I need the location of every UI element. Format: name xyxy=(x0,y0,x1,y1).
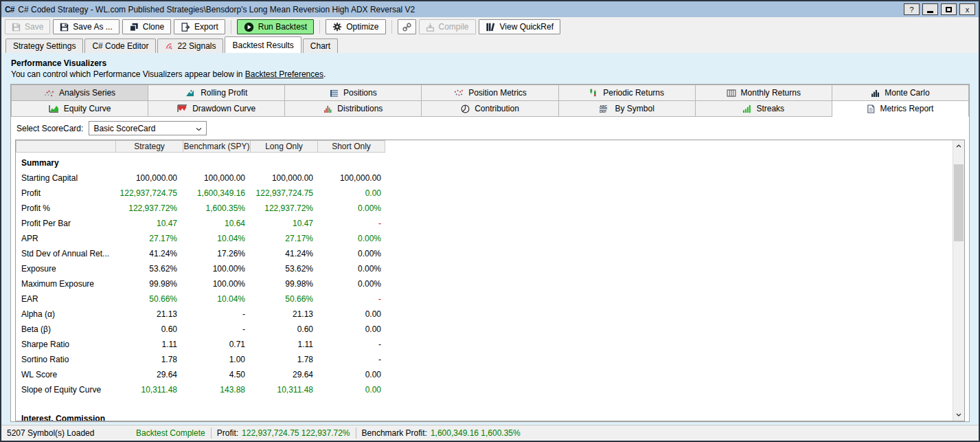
tab-chart[interactable]: Chart xyxy=(303,38,338,53)
metric-value: - xyxy=(320,219,388,228)
help-button[interactable]: ? xyxy=(904,3,920,15)
status-bar: 5207 Symbol(s) Loaded Backtest Complete … xyxy=(1,425,979,441)
monthly-returns-icon xyxy=(727,89,736,97)
metric-value: 100,000.00 xyxy=(184,173,252,183)
viz-tab-monte-carlo[interactable]: Monte Carlo xyxy=(832,85,969,101)
metric-value: 27.17% xyxy=(252,234,320,243)
viz-tab-label: Contribution xyxy=(475,104,519,113)
viz-tab-label: Periodic Returns xyxy=(603,88,664,98)
link-button[interactable] xyxy=(398,19,416,34)
vertical-scrollbar[interactable] xyxy=(953,140,964,421)
metric-label: Profit Per Bar xyxy=(16,219,116,228)
view-quickref-button[interactable]: View QuickRef xyxy=(479,19,560,34)
viz-tab-distributions[interactable]: Distributions xyxy=(285,100,422,117)
scorecard-row: Select ScoreCard: Basic ScoreCard xyxy=(11,117,969,140)
viz-tab-label: By Symbol xyxy=(615,104,654,113)
metric-value: 100.00% xyxy=(184,264,252,274)
metric-value: 21.13 xyxy=(116,309,184,319)
viz-tab-label: Equity Curve xyxy=(64,104,111,113)
by-symbol-abc-icon: ABCDEF xyxy=(599,104,610,113)
optimize-button[interactable]: Optimize xyxy=(326,19,385,34)
backtest-preferences-link[interactable]: Backtest Preferences xyxy=(245,69,323,79)
metrics-grid-body: SummaryStarting Capital100,000.00100,000… xyxy=(16,153,964,421)
minimize-button[interactable] xyxy=(922,3,938,15)
export-label: Export xyxy=(194,22,218,32)
metric-value: 50.66% xyxy=(116,294,184,304)
metric-value: 10,311.48 xyxy=(116,385,184,395)
section-header-label: Summary xyxy=(16,158,290,168)
viz-tab-label: Rolling Profit xyxy=(201,88,247,98)
close-button[interactable]: x xyxy=(959,3,975,15)
scroll-up-arrow[interactable] xyxy=(953,140,964,152)
tab-label: Chart xyxy=(310,41,330,51)
scrollbar-thumb[interactable] xyxy=(954,164,964,241)
viz-tab-position-metrics[interactable]: Position Metrics xyxy=(422,85,558,101)
viz-tab-rolling-profit[interactable]: Rolling Profit xyxy=(148,85,285,101)
metric-row: APR27.17%10.04%27.17%0.00% xyxy=(16,231,964,246)
scorecard-selected-value: Basic ScoreCard xyxy=(93,124,155,133)
viz-tab-by-symbol[interactable]: ABCDEF By Symbol xyxy=(559,100,696,117)
tab-signals[interactable]: 22 Signals xyxy=(157,38,223,53)
metric-value: 1.78 xyxy=(252,355,320,364)
run-backtest-button[interactable]: Run Backtest xyxy=(237,19,314,34)
metric-value: 10.04% xyxy=(184,294,252,304)
metric-value: - xyxy=(184,324,252,334)
tab-backtest-results[interactable]: Backtest Results xyxy=(225,36,301,53)
metric-label: Starting Capital xyxy=(16,173,116,183)
metric-value: 1.00 xyxy=(184,355,252,364)
metric-value: 100,000.00 xyxy=(252,173,320,183)
save-label: Save xyxy=(25,22,43,32)
section-header-row: Interest, Commission xyxy=(16,411,964,421)
metric-value: 0.00 xyxy=(320,370,388,379)
metric-value: 100.00% xyxy=(184,279,252,289)
scroll-down-arrow[interactable] xyxy=(953,409,964,421)
viz-tab-label: Monte Carlo xyxy=(885,88,929,98)
tab-code-editor[interactable]: C# Code Editor xyxy=(84,38,156,53)
compile-button: Compile xyxy=(419,19,476,34)
clone-button[interactable]: Clone xyxy=(122,19,171,34)
equity-curve-icon xyxy=(49,104,59,113)
toolbar-separator xyxy=(231,20,231,34)
metric-value: 1.78 xyxy=(116,355,184,364)
export-icon xyxy=(181,23,190,32)
metric-value: 122,937.72% xyxy=(252,203,320,213)
viz-tab-label: Positions xyxy=(343,88,377,98)
viz-tab-monthly-returns[interactable]: Monthly Returns xyxy=(696,85,832,101)
metric-value: 41.24% xyxy=(116,249,184,258)
viz-tab-contribution[interactable]: Contribution xyxy=(422,100,558,117)
clone-label: Clone xyxy=(143,22,164,32)
viz-tab-label: Position Metrics xyxy=(468,88,527,98)
titlebar[interactable]: C# C# Coded Strategy - WL.com Published … xyxy=(1,1,979,17)
svg-text:DEF: DEF xyxy=(600,109,607,113)
grid-spacer xyxy=(16,397,964,411)
save-as-button[interactable]: Save As ... xyxy=(53,19,119,34)
viz-tab-periodic-returns[interactable]: Periodic Returns xyxy=(559,85,696,101)
toolbar-separator xyxy=(319,20,320,34)
maximize-button[interactable] xyxy=(941,3,957,15)
metric-value: 53.62% xyxy=(116,264,184,274)
metric-value: 0.00 xyxy=(320,309,388,319)
metric-value: - xyxy=(320,294,388,304)
viz-tab-positions[interactable]: Positions xyxy=(285,85,422,101)
viz-tab-metrics-report[interactable]: Metrics Report xyxy=(832,100,969,117)
viz-tab-streaks[interactable]: Streaks xyxy=(696,100,832,117)
profit-value: 122,937,724.75 122,937.72% xyxy=(242,428,350,438)
analysis-series-icon xyxy=(44,89,54,97)
section-header-label: Interest, Commission xyxy=(16,414,290,421)
svg-text:ABC: ABC xyxy=(600,104,608,109)
viz-tab-equity-curve[interactable]: Equity Curve xyxy=(11,100,148,117)
streaks-icon xyxy=(742,104,751,113)
metric-value: 27.17% xyxy=(116,234,184,243)
viz-tab-drawdown-curve[interactable]: Drawdown Curve xyxy=(148,100,285,117)
metric-row: Exposure53.62%100.00%53.62%0.00% xyxy=(16,261,964,276)
scorecard-select[interactable]: Basic ScoreCard xyxy=(89,121,207,135)
metric-value: 0.00% xyxy=(320,264,388,274)
metric-value: - xyxy=(320,340,388,349)
distributions-icon xyxy=(323,104,332,113)
metric-value: 99.98% xyxy=(252,279,320,289)
scrollbar-track[interactable] xyxy=(953,152,964,409)
visualizer-tab-row-1: Analysis Series Rolling Profit Positions… xyxy=(11,85,969,101)
export-button[interactable]: Export xyxy=(174,19,225,34)
tab-strategy-settings[interactable]: Strategy Settings xyxy=(5,38,83,53)
viz-tab-analysis-series[interactable]: Analysis Series xyxy=(11,85,148,101)
